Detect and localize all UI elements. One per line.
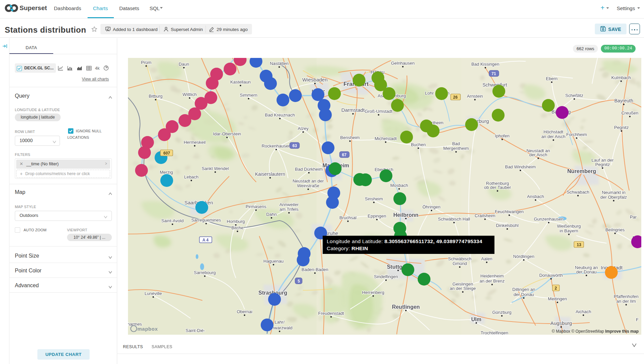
svg-text:5: 5 — [298, 279, 300, 284]
svg-text:Alzey: Alzey — [298, 126, 309, 131]
svg-text:der Aisch: der Aisch — [529, 152, 547, 157]
svg-text:Mosbach: Mosbach — [390, 183, 408, 188]
svg-text:Bitburg: Bitburg — [149, 94, 162, 99]
svg-text:Bad Kissingen: Bad Kissingen — [471, 62, 499, 67]
svg-text:Saint-Avold: Saint-Avold — [161, 218, 184, 223]
svg-text:Buchen: Buchen — [411, 142, 426, 147]
svg-text:Forchheim: Forchheim — [566, 132, 587, 137]
svg-text:Arnstein: Arnstein — [467, 94, 483, 99]
svg-text:Haguenau: Haguenau — [263, 259, 284, 264]
svg-text:71: 71 — [491, 71, 496, 76]
svg-text:Schwäbisch: Schwäbisch — [448, 256, 471, 261]
svg-text:an der Brenz: an der Brenz — [480, 278, 505, 284]
svg-text:am Trifels: am Trifels — [280, 207, 299, 212]
svg-text:Sarrebourg: Sarrebourg — [194, 270, 216, 275]
svg-text:Donauwörth: Donauwörth — [539, 273, 563, 278]
svg-text:der Oberpfalz: der Oberpfalz — [601, 195, 627, 200]
svg-text:Obernai: Obernai — [237, 309, 252, 314]
svg-text:26: 26 — [453, 95, 458, 100]
svg-text:Annweiler: Annweiler — [279, 202, 299, 207]
svg-text:Beilngries: Beilngries — [605, 227, 625, 232]
svg-text:Aalen: Aalen — [481, 256, 492, 261]
svg-text:der Donau: der Donau — [576, 269, 597, 274]
svg-text:ob der Tauber: ob der Tauber — [484, 185, 511, 190]
svg-text:Idar-Oberstein: Idar-Oberstein — [213, 131, 241, 136]
svg-text:an der Aisch: an der Aisch — [541, 134, 566, 139]
svg-text:Ulm: Ulm — [471, 317, 481, 322]
svg-text:Pegnitz: Pegnitz — [595, 162, 610, 167]
svg-text:Groß-Umstadt: Groß-Umstadt — [365, 109, 393, 114]
svg-text:Ansbach: Ansbach — [527, 194, 544, 199]
svg-text:Bitche: Bitche — [231, 225, 244, 230]
svg-text:Aichach: Aichach — [576, 309, 591, 314]
svg-text:Dillingen an: Dillingen an — [512, 287, 535, 292]
svg-text:© Mapbox © OpenStreetMap Impro: © Mapbox © OpenStreetMap Improve this ma… — [552, 329, 639, 334]
svg-text:an der Ilm: an der Ilm — [616, 299, 636, 304]
svg-text:Höchstadt: Höchstadt — [544, 129, 564, 134]
svg-text:Schwäbisch Hall: Schwäbisch Hall — [438, 217, 470, 222]
svg-text:13: 13 — [577, 242, 581, 247]
svg-text:Crailsheim: Crailsheim — [475, 213, 495, 218]
svg-text:Gunzenhausen: Gunzenhausen — [534, 217, 564, 222]
svg-text:Kulmbach: Kulmbach — [611, 75, 631, 80]
svg-text:Wiesbaden: Wiesbaden — [302, 77, 327, 82]
svg-text:mapbox: mapbox — [137, 326, 158, 332]
svg-text:Sinsheim: Sinsheim — [365, 196, 383, 201]
svg-text:Meitingen: Meitingen — [548, 296, 567, 301]
svg-text:Schwabach: Schwabach — [567, 190, 589, 195]
svg-text:Lebach: Lebach — [184, 174, 199, 179]
svg-text:Bad Windsheim: Bad Windsheim — [505, 164, 536, 169]
svg-text:Neustadt an der: Neustadt an der — [293, 178, 324, 184]
svg-text:Dahn: Dahn — [266, 212, 277, 217]
svg-text:Pfaffenhofen: Pfaffenhofen — [614, 294, 639, 299]
svg-text:Wittlich: Wittlich — [183, 92, 197, 97]
svg-text:67: 67 — [342, 153, 347, 157]
svg-text:Michelstadt: Michelstadt — [375, 136, 397, 141]
svg-text:Rockenhausen: Rockenhausen — [262, 143, 291, 148]
svg-text:Bensheim: Bensheim — [340, 135, 360, 140]
svg-text:Homburg: Homburg — [227, 219, 245, 224]
svg-text:Iphofen: Iphofen — [495, 133, 509, 138]
svg-text:Merzig: Merzig — [160, 170, 173, 175]
svg-text:Pirmasens: Pirmasens — [246, 204, 266, 209]
svg-text:Gmünd: Gmünd — [453, 261, 467, 266]
svg-text:Feuchtwangen: Feuchtwangen — [495, 209, 523, 214]
svg-text:der Donau: der Donau — [514, 292, 534, 297]
svg-text:Eppingen: Eppingen — [368, 213, 386, 219]
svg-text:607: 607 — [163, 151, 170, 156]
svg-text:Sindelfingen: Sindelfingen — [374, 274, 398, 279]
svg-text:Kastellaun: Kastellaun — [230, 79, 251, 85]
svg-text:Mergentheim: Mergentheim — [443, 146, 469, 151]
svg-text:Bad Kreuznach: Bad Kreuznach — [265, 112, 295, 118]
svg-text:Trochtelfingen: Trochtelfingen — [481, 330, 508, 335]
svg-text:Weißenburg: Weißenburg — [557, 224, 581, 229]
svg-text:Nördlingen: Nördlingen — [513, 254, 535, 259]
svg-text:Darmstadt: Darmstadt — [341, 107, 365, 113]
svg-text:Par: Par — [630, 214, 637, 220]
svg-text:Nastätten: Nastätten — [270, 61, 289, 66]
svg-text:an der Steige: an der Steige — [450, 286, 476, 291]
svg-text:Ebern: Ebern — [546, 76, 558, 81]
svg-text:Lahr/: Lahr/ — [275, 320, 285, 325]
svg-text:Baden-Baden: Baden-Baden — [301, 267, 328, 272]
svg-text:Öhringen: Öhringen — [422, 204, 440, 209]
svg-text:Weinstraße: Weinstraße — [297, 183, 319, 188]
svg-text:Bruchsal: Bruchsal — [340, 215, 357, 220]
svg-text:Scheßlitz: Scheßlitz — [565, 93, 583, 98]
svg-text:Günzburg: Günzburg — [492, 310, 511, 315]
svg-text:Bayreuth: Bayreuth — [614, 98, 633, 103]
svg-text:Bad Dürkheim: Bad Dürkheim — [295, 167, 323, 172]
svg-text:Sarreguemines: Sarreguemines — [191, 218, 221, 223]
svg-text:63: 63 — [292, 143, 297, 148]
svg-text:Hermeskeil: Hermeskeil — [184, 140, 205, 145]
svg-text:Creußen: Creußen — [621, 110, 639, 115]
svg-text:Daun: Daun — [179, 62, 189, 67]
svg-text:Bad: Bad — [452, 141, 460, 146]
svg-text:Prüm: Prüm — [141, 60, 151, 65]
svg-text:Kaiserslautern: Kaiserslautern — [255, 171, 285, 177]
svg-text:Simmern: Simmern — [240, 93, 257, 98]
svg-text:Herrenberg: Herrenberg — [362, 290, 384, 295]
svg-text:2: 2 — [555, 286, 557, 291]
svg-text:F: F — [636, 317, 639, 322]
svg-text:Heilbronn: Heilbronn — [393, 212, 419, 218]
